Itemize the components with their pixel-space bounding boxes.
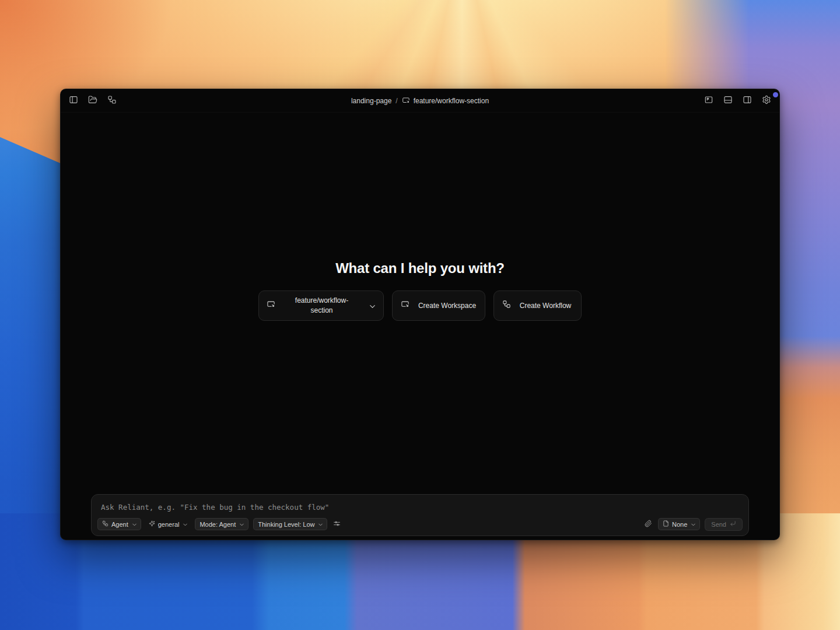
- agent-selector-label: Agent: [111, 521, 128, 528]
- thinking-level-label: Thinking Level: Low: [258, 521, 314, 528]
- thinking-level-chip[interactable]: Thinking Level: Low: [253, 518, 327, 530]
- attachment-selector-label: None: [672, 521, 687, 528]
- composer-panel: Agent general Mode: Agent: [91, 494, 749, 536]
- create-workflow-label: Create Workflow: [518, 301, 573, 311]
- chevron-down-icon: [317, 522, 323, 527]
- sliders-icon: [333, 520, 341, 529]
- return-key-icon: [730, 520, 736, 528]
- app-window: landing-page / feature/workflow-section: [60, 89, 780, 540]
- workspace-icon: [267, 300, 275, 312]
- create-workflow-button[interactable]: Create Workflow: [494, 290, 582, 321]
- send-button[interactable]: Send: [705, 518, 743, 531]
- chevron-down-icon: [239, 522, 244, 527]
- chevron-down-icon: [690, 522, 695, 527]
- page-title: What can I help you with?: [335, 260, 505, 276]
- create-workspace-label: Create Workspace: [418, 301, 477, 311]
- workspace-selector-button[interactable]: feature/workflow-section: [258, 290, 384, 321]
- file-icon: [663, 520, 669, 528]
- attachment-selector-chip[interactable]: None: [658, 518, 700, 530]
- agent-selector-chip[interactable]: Agent: [97, 518, 141, 530]
- composer-settings-button[interactable]: [332, 518, 342, 530]
- chevron-down-icon: [368, 302, 375, 309]
- workspace-icon: [401, 300, 410, 312]
- create-workspace-button[interactable]: Create Workspace: [392, 290, 485, 321]
- mode-selector-label: Mode: Agent: [200, 521, 236, 528]
- mode-selector-chip[interactable]: Mode: Agent: [195, 518, 249, 530]
- send-button-label: Send: [711, 521, 726, 528]
- workspace-selector-label: feature/workflow-section: [288, 296, 356, 316]
- prompt-input[interactable]: [101, 501, 739, 513]
- paperclip-icon: [645, 520, 652, 529]
- composer-toolbar: Agent general Mode: Agent: [97, 518, 743, 530]
- chevron-down-icon: [182, 522, 187, 527]
- workflow-icon: [102, 520, 108, 528]
- sparkles-icon: [149, 520, 155, 528]
- quick-actions: feature/workflow-section Create Workspac…: [258, 290, 582, 321]
- desktop-wallpaper: landing-page / feature/workflow-section: [0, 0, 840, 630]
- attach-file-button[interactable]: [643, 518, 653, 530]
- workflow-icon: [502, 300, 511, 312]
- chevron-down-icon: [131, 522, 136, 527]
- model-selector-chip[interactable]: general: [146, 518, 191, 530]
- model-selector-label: general: [158, 521, 180, 528]
- empty-state: What can I help you with? feature/workfl…: [61, 102, 779, 480]
